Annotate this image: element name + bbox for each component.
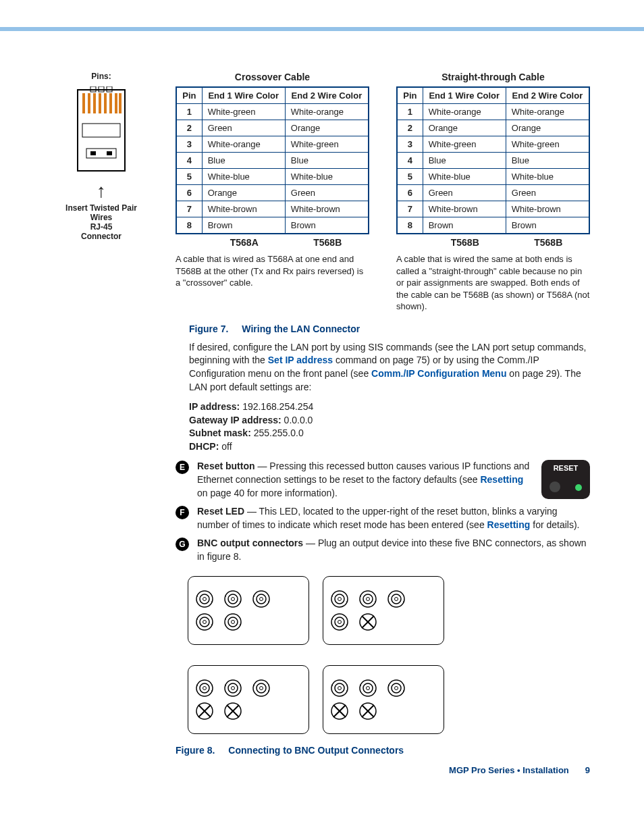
cell-end2: Blue (285, 153, 369, 169)
link-resetting-2[interactable]: Resetting (487, 519, 531, 530)
bnc-unused-icon (223, 702, 242, 721)
cell-pin: 6 (397, 185, 423, 201)
svg-point-56 (331, 614, 348, 630)
pins-label: Pins: (54, 72, 149, 81)
callout-e: E (176, 461, 189, 474)
bnc-panel (323, 576, 444, 645)
table-row: 8BrownBrown (176, 217, 369, 234)
bnc-connector-icon (195, 679, 214, 698)
cell-end2: Brown (285, 217, 369, 234)
table-row: 7White-brownWhite-brown (176, 201, 369, 217)
bnc-connector-icon (223, 590, 242, 608)
cell-pin: 1 (397, 104, 423, 120)
figure-8-label: Figure 8.Connecting to BNC Output Connec… (176, 745, 590, 756)
bnc-connector-icon (195, 590, 214, 608)
svg-point-43 (338, 597, 342, 600)
cell-pin: 3 (397, 136, 423, 153)
bnc-connector-icon (358, 590, 377, 608)
cell-end2: White-brown (506, 201, 589, 217)
link-comm-ip-menu[interactable]: Comm./IP Configuration Menu (371, 368, 506, 379)
bnc-connector-icon (387, 590, 406, 608)
table-row: 3White-greenWhite-green (397, 136, 589, 153)
cell-pin: 8 (176, 217, 202, 234)
cell-end1: White-orange (423, 104, 506, 120)
pins-caption-rj45a: RJ-45 (54, 222, 149, 232)
svg-rect-12 (82, 124, 120, 137)
cell-end2: White-orange (285, 104, 369, 120)
bnc-panel (188, 665, 309, 734)
svg-point-17 (200, 594, 209, 604)
cell-pin: 3 (176, 136, 202, 153)
cell-end2: Blue (506, 153, 589, 169)
straight-table: Pin End 1 Wire Color End 2 Wire Color 1W… (396, 86, 590, 234)
svg-point-91 (363, 683, 373, 693)
svg-point-27 (257, 594, 266, 604)
svg-point-32 (200, 617, 209, 627)
svg-point-51 (388, 591, 404, 607)
cell-pin: 4 (176, 153, 202, 169)
col-end2: End 2 Wire Color (285, 87, 369, 104)
svg-point-64 (196, 680, 213, 696)
col-end1: End 1 Wire Color (423, 87, 506, 104)
svg-point-58 (338, 620, 342, 623)
table-row: 1White-greenWhite-orange (176, 104, 369, 120)
bnc-unused-icon (330, 702, 349, 721)
bnc-connector-icon (358, 679, 377, 698)
link-set-ip[interactable]: Set IP address (268, 355, 333, 365)
svg-rect-15 (107, 151, 112, 155)
crossover-section: Crossover Cable Pin End 1 Wire Color End… (176, 72, 369, 289)
svg-point-57 (335, 617, 344, 627)
bnc-unused-icon (195, 702, 214, 721)
svg-point-53 (395, 597, 398, 600)
top-accent-bar (0, 0, 644, 31)
table-row: 6OrangeGreen (176, 185, 369, 201)
cell-end2: Brown (506, 217, 589, 234)
table-row: 8BrownBrown (397, 217, 589, 234)
table-row: 3White-orangeWhite-green (176, 136, 369, 153)
cell-end1: White-blue (423, 169, 506, 185)
svg-point-18 (203, 597, 207, 600)
bnc-connector-icon (223, 613, 242, 631)
table-row: 6GreenGreen (397, 185, 589, 201)
reset-button-icon (549, 481, 560, 492)
col-end2: End 2 Wire Color (506, 87, 589, 104)
item-reset-led: F Reset LED — This LED, located to the u… (176, 505, 590, 531)
svg-point-96 (392, 683, 401, 693)
reset-module-illustration: RESET (541, 460, 590, 499)
bnc-panel-grid (188, 576, 590, 734)
bnc-connector-icon (223, 679, 242, 698)
link-resetting-1[interactable]: Resetting (480, 474, 523, 485)
svg-point-22 (228, 594, 238, 604)
cell-pin: 6 (176, 185, 202, 201)
pins-caption-insert: Insert Twisted Pair Wires (54, 203, 149, 222)
svg-rect-14 (90, 151, 96, 155)
rj45-connector-icon (74, 86, 128, 174)
svg-point-42 (335, 594, 344, 604)
svg-point-69 (225, 680, 241, 696)
cell-end1: Blue (423, 153, 506, 169)
crossover-std2: T568B (286, 237, 370, 248)
svg-point-16 (196, 591, 213, 607)
cell-end2: Orange (285, 120, 369, 136)
crossover-std1: T568A (203, 237, 286, 248)
svg-point-41 (331, 591, 348, 607)
table-row: 2GreenOrange (176, 120, 369, 136)
crossover-title: Crossover Cable (176, 72, 369, 82)
page-content: Pins: ↑ Insert Twisted Pair Wires RJ-45 … (0, 72, 644, 802)
pins-caption-rj45b: Connector (54, 232, 149, 241)
bnc-connector-icon (252, 590, 271, 608)
straight-note: A cable that is wired the same at both e… (396, 253, 590, 313)
svg-point-38 (232, 620, 235, 623)
cell-end2: White-brown (285, 201, 369, 217)
bnc-panel (188, 576, 309, 645)
cell-end1: Green (423, 185, 506, 201)
cell-end1: Orange (423, 120, 506, 136)
svg-point-46 (360, 591, 376, 607)
straight-section: Straight-through Cable Pin End 1 Wire Co… (396, 72, 590, 313)
cell-pin: 8 (397, 217, 423, 234)
straight-title: Straight-through Cable (396, 72, 590, 82)
cell-end1: White-brown (202, 201, 285, 217)
svg-point-36 (225, 614, 241, 630)
reset-led-icon (575, 484, 582, 491)
cell-end1: White-green (202, 104, 285, 120)
